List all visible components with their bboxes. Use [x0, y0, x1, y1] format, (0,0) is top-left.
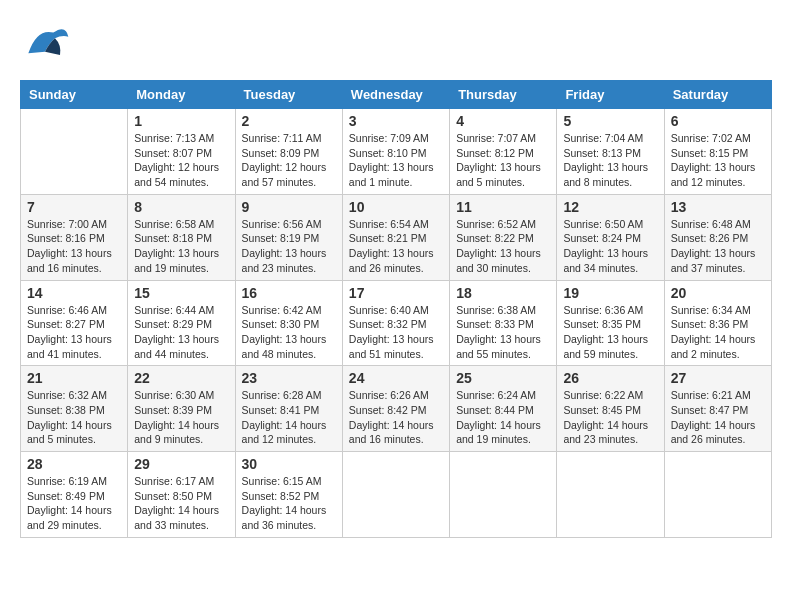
day-info: Sunrise: 6:50 AMSunset: 8:24 PMDaylight:…	[563, 217, 657, 276]
calendar-cell: 20Sunrise: 6:34 AMSunset: 8:36 PMDayligh…	[664, 280, 771, 366]
day-number: 1	[134, 113, 228, 129]
calendar-cell: 27Sunrise: 6:21 AMSunset: 8:47 PMDayligh…	[664, 366, 771, 452]
day-info: Sunrise: 6:46 AMSunset: 8:27 PMDaylight:…	[27, 303, 121, 362]
calendar-cell: 10Sunrise: 6:54 AMSunset: 8:21 PMDayligh…	[342, 194, 449, 280]
day-info: Sunrise: 7:09 AMSunset: 8:10 PMDaylight:…	[349, 131, 443, 190]
calendar-week-2: 7Sunrise: 7:00 AMSunset: 8:16 PMDaylight…	[21, 194, 772, 280]
logo	[20, 20, 74, 70]
calendar-cell: 30Sunrise: 6:15 AMSunset: 8:52 PMDayligh…	[235, 452, 342, 538]
calendar-cell: 9Sunrise: 6:56 AMSunset: 8:19 PMDaylight…	[235, 194, 342, 280]
day-info: Sunrise: 6:36 AMSunset: 8:35 PMDaylight:…	[563, 303, 657, 362]
header-wednesday: Wednesday	[342, 81, 449, 109]
day-info: Sunrise: 6:42 AMSunset: 8:30 PMDaylight:…	[242, 303, 336, 362]
day-info: Sunrise: 6:54 AMSunset: 8:21 PMDaylight:…	[349, 217, 443, 276]
calendar-cell	[557, 452, 664, 538]
calendar-cell: 17Sunrise: 6:40 AMSunset: 8:32 PMDayligh…	[342, 280, 449, 366]
day-number: 24	[349, 370, 443, 386]
day-info: Sunrise: 6:17 AMSunset: 8:50 PMDaylight:…	[134, 474, 228, 533]
day-info: Sunrise: 6:15 AMSunset: 8:52 PMDaylight:…	[242, 474, 336, 533]
calendar-cell: 26Sunrise: 6:22 AMSunset: 8:45 PMDayligh…	[557, 366, 664, 452]
day-info: Sunrise: 6:28 AMSunset: 8:41 PMDaylight:…	[242, 388, 336, 447]
day-number: 7	[27, 199, 121, 215]
day-info: Sunrise: 7:00 AMSunset: 8:16 PMDaylight:…	[27, 217, 121, 276]
day-info: Sunrise: 6:26 AMSunset: 8:42 PMDaylight:…	[349, 388, 443, 447]
day-number: 16	[242, 285, 336, 301]
calendar-cell	[342, 452, 449, 538]
calendar-week-5: 28Sunrise: 6:19 AMSunset: 8:49 PMDayligh…	[21, 452, 772, 538]
day-number: 20	[671, 285, 765, 301]
logo-bird-icon	[20, 20, 70, 70]
header-saturday: Saturday	[664, 81, 771, 109]
calendar-cell: 5Sunrise: 7:04 AMSunset: 8:13 PMDaylight…	[557, 109, 664, 195]
day-number: 29	[134, 456, 228, 472]
calendar-cell	[21, 109, 128, 195]
day-info: Sunrise: 6:56 AMSunset: 8:19 PMDaylight:…	[242, 217, 336, 276]
day-info: Sunrise: 6:21 AMSunset: 8:47 PMDaylight:…	[671, 388, 765, 447]
calendar-cell: 18Sunrise: 6:38 AMSunset: 8:33 PMDayligh…	[450, 280, 557, 366]
calendar-cell: 28Sunrise: 6:19 AMSunset: 8:49 PMDayligh…	[21, 452, 128, 538]
calendar-cell: 23Sunrise: 6:28 AMSunset: 8:41 PMDayligh…	[235, 366, 342, 452]
day-number: 19	[563, 285, 657, 301]
day-number: 17	[349, 285, 443, 301]
day-number: 12	[563, 199, 657, 215]
calendar-cell: 22Sunrise: 6:30 AMSunset: 8:39 PMDayligh…	[128, 366, 235, 452]
day-number: 13	[671, 199, 765, 215]
day-info: Sunrise: 7:07 AMSunset: 8:12 PMDaylight:…	[456, 131, 550, 190]
day-number: 23	[242, 370, 336, 386]
day-number: 15	[134, 285, 228, 301]
calendar-cell: 14Sunrise: 6:46 AMSunset: 8:27 PMDayligh…	[21, 280, 128, 366]
day-number: 2	[242, 113, 336, 129]
header-sunday: Sunday	[21, 81, 128, 109]
day-info: Sunrise: 7:02 AMSunset: 8:15 PMDaylight:…	[671, 131, 765, 190]
day-info: Sunrise: 6:58 AMSunset: 8:18 PMDaylight:…	[134, 217, 228, 276]
header	[20, 20, 772, 70]
calendar-cell: 4Sunrise: 7:07 AMSunset: 8:12 PMDaylight…	[450, 109, 557, 195]
calendar-cell: 13Sunrise: 6:48 AMSunset: 8:26 PMDayligh…	[664, 194, 771, 280]
day-number: 11	[456, 199, 550, 215]
header-monday: Monday	[128, 81, 235, 109]
day-number: 6	[671, 113, 765, 129]
day-info: Sunrise: 6:48 AMSunset: 8:26 PMDaylight:…	[671, 217, 765, 276]
day-info: Sunrise: 7:13 AMSunset: 8:07 PMDaylight:…	[134, 131, 228, 190]
day-number: 30	[242, 456, 336, 472]
day-info: Sunrise: 6:40 AMSunset: 8:32 PMDaylight:…	[349, 303, 443, 362]
calendar-table: SundayMondayTuesdayWednesdayThursdayFrid…	[20, 80, 772, 538]
calendar-cell: 12Sunrise: 6:50 AMSunset: 8:24 PMDayligh…	[557, 194, 664, 280]
calendar-cell: 2Sunrise: 7:11 AMSunset: 8:09 PMDaylight…	[235, 109, 342, 195]
calendar-cell: 15Sunrise: 6:44 AMSunset: 8:29 PMDayligh…	[128, 280, 235, 366]
header-tuesday: Tuesday	[235, 81, 342, 109]
day-number: 14	[27, 285, 121, 301]
calendar-cell: 19Sunrise: 6:36 AMSunset: 8:35 PMDayligh…	[557, 280, 664, 366]
calendar-week-4: 21Sunrise: 6:32 AMSunset: 8:38 PMDayligh…	[21, 366, 772, 452]
day-number: 4	[456, 113, 550, 129]
calendar-cell: 6Sunrise: 7:02 AMSunset: 8:15 PMDaylight…	[664, 109, 771, 195]
calendar-cell: 21Sunrise: 6:32 AMSunset: 8:38 PMDayligh…	[21, 366, 128, 452]
calendar-week-3: 14Sunrise: 6:46 AMSunset: 8:27 PMDayligh…	[21, 280, 772, 366]
day-number: 28	[27, 456, 121, 472]
calendar-cell: 25Sunrise: 6:24 AMSunset: 8:44 PMDayligh…	[450, 366, 557, 452]
day-info: Sunrise: 6:32 AMSunset: 8:38 PMDaylight:…	[27, 388, 121, 447]
day-info: Sunrise: 6:24 AMSunset: 8:44 PMDaylight:…	[456, 388, 550, 447]
calendar-cell	[664, 452, 771, 538]
day-number: 21	[27, 370, 121, 386]
calendar-header-row: SundayMondayTuesdayWednesdayThursdayFrid…	[21, 81, 772, 109]
calendar-cell: 11Sunrise: 6:52 AMSunset: 8:22 PMDayligh…	[450, 194, 557, 280]
header-friday: Friday	[557, 81, 664, 109]
calendar-cell: 16Sunrise: 6:42 AMSunset: 8:30 PMDayligh…	[235, 280, 342, 366]
calendar-cell: 1Sunrise: 7:13 AMSunset: 8:07 PMDaylight…	[128, 109, 235, 195]
day-number: 27	[671, 370, 765, 386]
day-number: 22	[134, 370, 228, 386]
day-info: Sunrise: 6:19 AMSunset: 8:49 PMDaylight:…	[27, 474, 121, 533]
calendar-cell	[450, 452, 557, 538]
day-number: 9	[242, 199, 336, 215]
calendar-cell: 3Sunrise: 7:09 AMSunset: 8:10 PMDaylight…	[342, 109, 449, 195]
day-number: 26	[563, 370, 657, 386]
day-number: 10	[349, 199, 443, 215]
day-info: Sunrise: 6:44 AMSunset: 8:29 PMDaylight:…	[134, 303, 228, 362]
calendar-week-1: 1Sunrise: 7:13 AMSunset: 8:07 PMDaylight…	[21, 109, 772, 195]
calendar-cell: 24Sunrise: 6:26 AMSunset: 8:42 PMDayligh…	[342, 366, 449, 452]
calendar-cell: 7Sunrise: 7:00 AMSunset: 8:16 PMDaylight…	[21, 194, 128, 280]
day-number: 5	[563, 113, 657, 129]
day-info: Sunrise: 6:22 AMSunset: 8:45 PMDaylight:…	[563, 388, 657, 447]
day-info: Sunrise: 6:52 AMSunset: 8:22 PMDaylight:…	[456, 217, 550, 276]
